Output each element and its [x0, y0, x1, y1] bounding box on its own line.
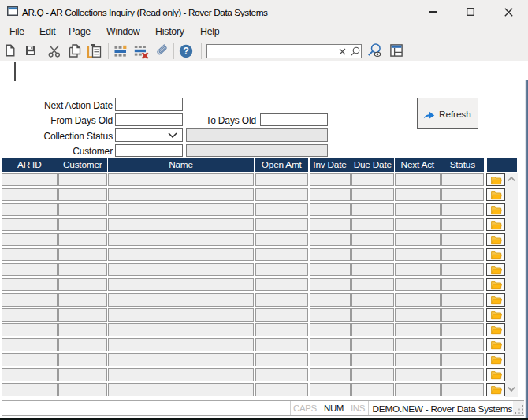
- svg-text:?: ?: [183, 46, 189, 57]
